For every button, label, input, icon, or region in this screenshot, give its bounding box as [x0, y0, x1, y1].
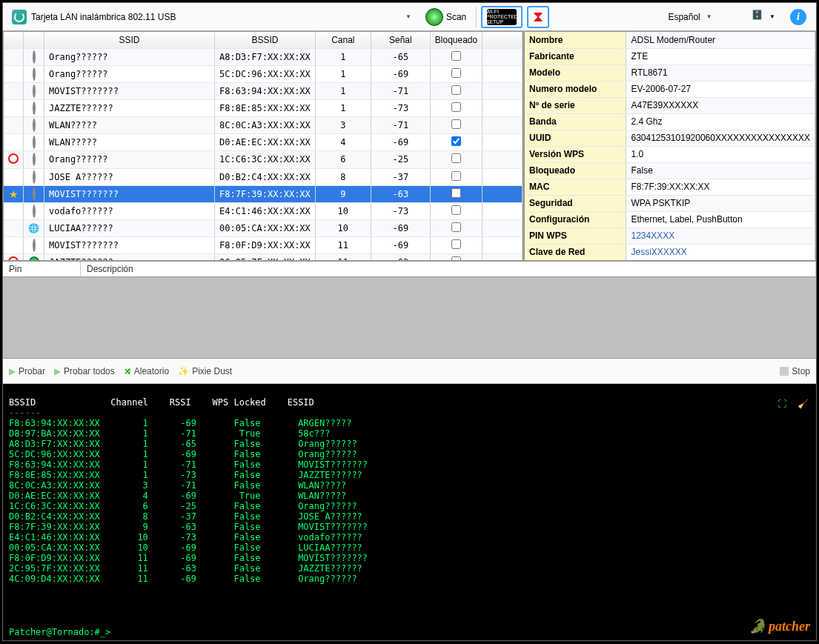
- blocked-checkbox[interactable]: [451, 85, 461, 95]
- expand-icon[interactable]: ⛶: [777, 399, 786, 409]
- detail-value[interactable]: JessiXXXXXX: [626, 244, 815, 260]
- table-row[interactable]: Orang?????? 1C:C6:3C:XX:XX:XX 6 -25: [4, 150, 523, 168]
- scan-icon: [425, 8, 443, 26]
- blocked-checkbox[interactable]: [451, 136, 461, 146]
- pin-list-area: [3, 277, 816, 359]
- detail-value: 63041253101920060XXXXXXXXXXXXXXXX: [626, 130, 815, 146]
- database-icon: 🗄️: [752, 10, 766, 24]
- language-dropdown[interactable]: Español: [638, 6, 742, 28]
- detail-row: Versión WPS1.0: [525, 146, 815, 162]
- database-button[interactable]: 🗄️▼: [746, 6, 780, 28]
- detail-row: MACF8:7F:39:XX:XX:XX: [525, 179, 815, 195]
- signal-icon: [33, 187, 36, 201]
- pin-header[interactable]: Pin: [3, 262, 81, 276]
- channel-cell: 11: [315, 236, 371, 253]
- detail-key: Configuración: [525, 211, 626, 228]
- scan-button[interactable]: Scan: [420, 6, 471, 28]
- table-row[interactable]: JAZZTE?????? F8:8E:85:XX:XX:XX 1 -73: [4, 99, 523, 116]
- blocked-checkbox[interactable]: [451, 171, 461, 181]
- stop-button[interactable]: Stop: [780, 366, 810, 376]
- ssid-cell: JOSE A??????: [44, 168, 215, 185]
- table-row[interactable]: WLAN????? 8C:0C:A3:XX:XX:XX 3 -71: [4, 116, 523, 133]
- bssid-cell: D0:B2:C4:XX:XX:XX: [215, 168, 316, 185]
- senal-header[interactable]: Señal: [371, 32, 430, 48]
- signal-cell: -69: [371, 236, 430, 253]
- signal-cell: -71: [371, 82, 430, 99]
- table-row[interactable]: 🌐 LUCIAA?????? 00:05:CA:XX:XX:XX 10 -69: [4, 219, 523, 236]
- ssid-cell: JAZZTE??????: [44, 253, 215, 261]
- desc-header[interactable]: Descripción: [81, 262, 816, 276]
- ssid-header[interactable]: SSID: [44, 32, 215, 48]
- bssid-cell: 1C:C6:3C:XX:XX:XX: [215, 150, 316, 168]
- table-row[interactable]: WLAN????? D0:AE:EC:XX:XX:XX 4 -69: [4, 133, 523, 150]
- toolbar: Tarjeta LAN inalámbrica 802.11 USB Scan …: [3, 3, 816, 31]
- blocked-checkbox[interactable]: [451, 68, 461, 78]
- networks-table[interactable]: SSID BSSID Canal Señal Bloqueado Orang??…: [4, 32, 523, 261]
- aleatorio-button[interactable]: ⤨Aleatorio: [124, 366, 169, 376]
- play-all-icon: ▶: [54, 366, 61, 376]
- console[interactable]: BSSID Channel RSSI WPS Locked ESSID ----…: [3, 384, 816, 640]
- pixie-dust-button[interactable]: ✨Pixie Dust: [178, 366, 232, 376]
- channel-cell: 1: [315, 99, 371, 116]
- table-row[interactable]: JOSE A?????? D0:B2:C4:XX:XX:XX 8 -37: [4, 168, 523, 185]
- detail-key: MAC: [525, 179, 626, 195]
- detail-key: Bloqueado: [525, 162, 626, 179]
- adapter-dropdown[interactable]: Tarjeta LAN inalámbrica 802.11 USB: [7, 10, 416, 24]
- canal-header[interactable]: Canal: [315, 32, 371, 48]
- details-table: NombreADSL Modem/RouterFabricanteZTEMode…: [525, 32, 815, 261]
- bssid-header[interactable]: BSSID: [215, 32, 316, 48]
- detail-value: WPA PSKTKIP: [626, 195, 815, 211]
- mask-button[interactable]: ⧗: [527, 6, 549, 28]
- bloqueado-header[interactable]: Bloqueado: [430, 32, 482, 48]
- console-row: F8:7F:39:XX:XX:XX 9 -63 False MOVIST????…: [9, 522, 368, 532]
- console-row: 5C:DC:96:XX:XX:XX 1 -69 False Orang?????…: [9, 449, 357, 459]
- console-row: D0:AE:EC:XX:XX:XX 4 -69 True WLAN?????: [9, 491, 346, 501]
- console-row: F8:63:94:XX:XX:XX 1 -69 False ARGEN?????: [9, 418, 351, 428]
- console-row: 2C:95:7F:XX:XX:XX 11 -63 False JAZZTE???…: [9, 563, 362, 574]
- table-row[interactable]: Orang?????? 5C:DC:96:XX:XX:XX 1 -69: [4, 65, 523, 82]
- clear-icon[interactable]: 🧹: [798, 399, 809, 409]
- blocked-checkbox[interactable]: [451, 153, 461, 163]
- blocked-checkbox[interactable]: [451, 102, 461, 112]
- table-row[interactable]: JAZZTE?????? 2C:95:7F:XX:XX:XX 11 -63: [4, 253, 523, 261]
- info-icon: i: [790, 9, 806, 25]
- wps-setup-button[interactable]: WI-FI PROTECTEDSETUP: [481, 6, 523, 28]
- bssid-cell: 5C:DC:96:XX:XX:XX: [215, 65, 316, 82]
- channel-cell: 1: [315, 65, 371, 82]
- blocked-checkbox[interactable]: [451, 119, 461, 129]
- blocked-checkbox[interactable]: [451, 222, 461, 232]
- probar-button[interactable]: ▶Probar: [9, 366, 45, 376]
- play-icon: ▶: [9, 366, 16, 376]
- channel-cell: 1: [315, 82, 371, 99]
- console-row: F8:63:94:XX:XX:XX 1 -71 False MOVIST????…: [9, 459, 368, 470]
- table-row[interactable]: Orang?????? A8:D3:F7:XX:XX:XX 1 -65: [4, 48, 523, 65]
- table-row[interactable]: MOVIST??????? F8:63:94:XX:XX:XX 1 -71: [4, 82, 523, 99]
- action-toolbar: ▶Probar ▶Probar todos ⤨Aleatorio ✨Pixie …: [3, 359, 816, 384]
- signal-cell: -73: [371, 99, 430, 116]
- detail-key: Clave de Red: [525, 244, 626, 260]
- signal-icon: [33, 67, 36, 81]
- app-logo: 🐊 patcher: [749, 618, 811, 634]
- detail-row: ConfiguraciónEthernet, Label, PushButton: [525, 211, 815, 228]
- detail-value[interactable]: 1234XXXX: [626, 228, 815, 244]
- table-row[interactable]: vodafo?????? E4:C1:46:XX:XX:XX 10 -73: [4, 202, 523, 219]
- ssid-cell: JAZZTE??????: [44, 99, 215, 116]
- blocked-checkbox[interactable]: [451, 239, 461, 249]
- detail-value: False: [626, 162, 815, 179]
- detail-value: 2.4 Ghz: [626, 113, 815, 130]
- wps-icon: WI-FI PROTECTEDSETUP: [487, 9, 517, 25]
- bssid-cell: 8C:0C:A3:XX:XX:XX: [215, 116, 316, 133]
- bssid-cell: E4:C1:46:XX:XX:XX: [215, 202, 316, 219]
- blocked-checkbox[interactable]: [451, 188, 461, 198]
- globe-icon: 🌐: [28, 223, 39, 233]
- blocked-checkbox[interactable]: [451, 51, 461, 61]
- blocked-checkbox[interactable]: [451, 205, 461, 215]
- info-button[interactable]: i: [785, 6, 812, 28]
- signal-cell: -63: [371, 253, 430, 261]
- table-row[interactable]: MOVIST??????? F8:0F:D9:XX:XX:XX 11 -69: [4, 236, 523, 253]
- detail-key: Fabricante: [525, 48, 626, 64]
- probar-todos-button[interactable]: ▶Probar todos: [54, 366, 115, 376]
- table-row[interactable]: ★ MOVIST??????? F8:7F:39:XX:XX:XX 9 -63: [4, 185, 523, 202]
- detail-row: ModeloRTL8671: [525, 64, 815, 81]
- detail-row: FabricanteZTE: [525, 48, 815, 64]
